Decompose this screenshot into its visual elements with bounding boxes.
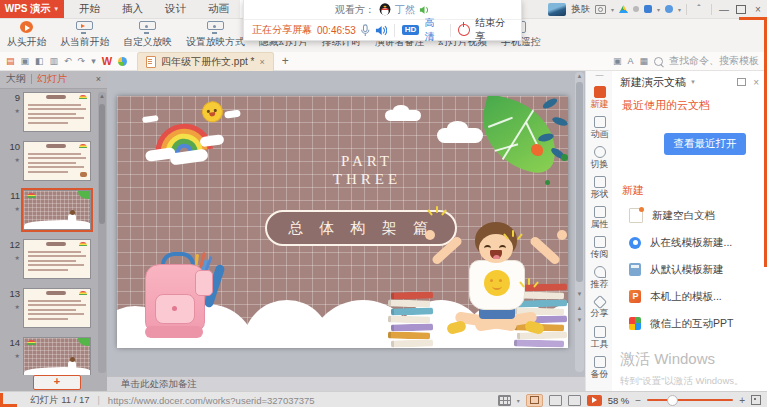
sidebar-item[interactable]: 形状 bbox=[586, 172, 613, 202]
grid-view-icon[interactable] bbox=[498, 395, 511, 406]
output-icon[interactable]: ◧ bbox=[35, 57, 44, 66]
sidebar-item[interactable]: 备份 bbox=[586, 352, 613, 382]
chevron-down-icon[interactable]: ▾ bbox=[517, 397, 520, 404]
scroll-down-icon[interactable]: ▼ bbox=[575, 290, 584, 298]
notes-strip[interactable]: 单击此处添加备注 bbox=[107, 376, 585, 392]
zoom-slider[interactable] bbox=[647, 399, 733, 401]
scrollbar-thumb[interactable] bbox=[576, 82, 583, 282]
user-avatar[interactable] bbox=[548, 3, 566, 16]
plugin-dot-icon[interactable] bbox=[633, 6, 639, 12]
print-icon[interactable]: ▥ bbox=[50, 57, 59, 66]
new-option-item[interactable]: 新建空白文档 bbox=[612, 202, 767, 229]
chevron-down-icon[interactable]: ▾ bbox=[611, 6, 614, 13]
scroll-up-icon[interactable]: ▲ bbox=[575, 72, 584, 80]
zoom-out-button[interactable]: − bbox=[635, 395, 641, 406]
plugin-square-icon[interactable] bbox=[644, 5, 652, 13]
camera-icon[interactable] bbox=[595, 5, 606, 14]
menu-icon[interactable]: ▤ bbox=[6, 57, 15, 66]
slide-part-heading[interactable]: PART THREE bbox=[307, 152, 427, 188]
menu-tab[interactable]: 设计 bbox=[154, 0, 197, 18]
redo-icon[interactable]: ↷ bbox=[78, 57, 86, 66]
sidebar-item[interactable]: 动画 bbox=[586, 112, 613, 142]
close-tab-icon[interactable]: × bbox=[259, 57, 264, 67]
slide-thumbnail[interactable] bbox=[23, 190, 91, 230]
restore-button[interactable] bbox=[736, 5, 746, 14]
font-icon[interactable]: A bbox=[627, 57, 633, 66]
collapse-ribbon-icon[interactable]: ˆ bbox=[692, 4, 706, 15]
canvas-scrollbar[interactable]: ▲ ▼ ▲ ▼ bbox=[575, 72, 584, 372]
document-tab[interactable]: 四年级下册作文.ppt * × bbox=[137, 52, 274, 71]
slide-thumbnail[interactable] bbox=[23, 92, 91, 132]
power-icon[interactable] bbox=[458, 24, 470, 36]
minimize-button[interactable]: — bbox=[717, 4, 731, 15]
zoom-in-button[interactable]: + bbox=[739, 395, 745, 406]
menu-tab[interactable]: 开始 bbox=[68, 0, 111, 18]
app-logo[interactable]: WPS 演示 ▼ bbox=[0, 0, 64, 18]
scroll-up-icon[interactable]: ▲ bbox=[98, 93, 106, 99]
chevron-down-icon[interactable]: ▾ bbox=[657, 6, 660, 13]
next-slide-icon[interactable]: ▼ bbox=[575, 316, 584, 324]
close-icon[interactable]: × bbox=[753, 77, 759, 88]
scrollbar-thumb[interactable] bbox=[99, 104, 105, 224]
tab-outline[interactable]: 大纲 bbox=[6, 72, 26, 86]
close-button[interactable]: × bbox=[751, 4, 765, 15]
expand-icon[interactable] bbox=[737, 78, 746, 86]
ribbon-button[interactable]: 从头开始 bbox=[0, 18, 53, 52]
plugin-circle-icon[interactable] bbox=[665, 5, 673, 13]
end-share-button[interactable]: 结束分享 bbox=[475, 16, 513, 44]
sidebar-item[interactable]: 推荐 bbox=[586, 262, 613, 292]
sidebar-item[interactable]: 传阅 bbox=[586, 232, 613, 262]
slide-thumbnail[interactable] bbox=[23, 288, 91, 328]
sidebar-item[interactable]: 属性 bbox=[586, 202, 613, 232]
slide-sorter-icon[interactable] bbox=[549, 395, 562, 406]
sidebar-item[interactable]: 分享 bbox=[586, 292, 613, 322]
hd-quality-label[interactable]: 高清 bbox=[424, 16, 443, 44]
drive-icon[interactable] bbox=[619, 5, 628, 13]
sidebar-item[interactable]: 工具 bbox=[586, 322, 613, 352]
speaker-icon[interactable] bbox=[375, 25, 387, 36]
undo-icon[interactable]: ↶ bbox=[64, 57, 72, 66]
layout-icon[interactable]: ▣ bbox=[613, 57, 622, 66]
new-tab-button[interactable]: + bbox=[282, 54, 289, 68]
new-option-item[interactable]: 从默认模板新建 bbox=[612, 256, 767, 283]
slides-panel-scrollbar[interactable]: ▲ bbox=[98, 92, 106, 373]
view-recent-button[interactable]: 查看最近打开 bbox=[664, 133, 746, 155]
previous-slide-icon[interactable]: ▲ bbox=[575, 304, 584, 312]
new-option-item[interactable]: 从在线模板新建... bbox=[612, 229, 767, 256]
new-option-icon bbox=[629, 290, 641, 303]
command-search[interactable]: ▣ A ▦ 查找命令、搜索模板 bbox=[613, 52, 759, 70]
web-icon[interactable] bbox=[118, 57, 127, 66]
slide-thumbnail[interactable] bbox=[23, 337, 91, 375]
ribbon-button[interactable]: 设置放映方式 bbox=[179, 18, 252, 52]
new-option-item[interactable]: 微信上的互动PPT bbox=[612, 310, 767, 337]
normal-view-button[interactable] bbox=[526, 394, 543, 407]
sidebar-item[interactable]: 切换 bbox=[586, 142, 613, 172]
ribbon-button[interactable]: 从当前开始 bbox=[53, 18, 116, 52]
hd-badge[interactable]: HD bbox=[402, 25, 420, 35]
slideshow-play-button[interactable] bbox=[587, 395, 602, 406]
skin-button-label[interactable]: 换肤 bbox=[571, 3, 590, 16]
zoom-slider-knob[interactable] bbox=[667, 395, 678, 406]
add-slide-button[interactable]: + bbox=[33, 375, 81, 390]
wps-w-icon[interactable]: W bbox=[102, 55, 112, 67]
microphone-icon[interactable] bbox=[361, 24, 370, 37]
slide-thumbnail[interactable] bbox=[23, 141, 91, 181]
collapse-handle[interactable]: — bbox=[586, 70, 613, 82]
slide-thumbnail[interactable] bbox=[23, 239, 91, 279]
new-option-item[interactable]: 本机上的模板... bbox=[612, 283, 767, 310]
ribbon-button[interactable]: 自定义放映 bbox=[116, 18, 179, 52]
list-icon[interactable]: ▦ bbox=[639, 57, 648, 66]
close-icon[interactable]: × bbox=[96, 74, 101, 84]
chevron-down-icon[interactable]: ▼ bbox=[690, 79, 696, 85]
menu-tab[interactable]: 动画 bbox=[197, 0, 240, 18]
fit-to-window-icon[interactable] bbox=[751, 395, 761, 405]
chevron-down-icon[interactable]: ▾ bbox=[91, 57, 96, 66]
sidebar-item[interactable]: 新建 bbox=[586, 82, 613, 112]
reading-view-icon[interactable] bbox=[568, 395, 581, 406]
save-icon[interactable]: ▣ bbox=[21, 57, 30, 66]
chevron-down-icon[interactable]: ▾ bbox=[678, 6, 681, 13]
menu-tab[interactable]: 插入 bbox=[111, 0, 154, 18]
current-slide[interactable]: PART THREE 总 体 构 架 篇 bbox=[117, 96, 568, 348]
tab-slides[interactable]: 幻灯片 bbox=[37, 72, 67, 86]
ribbon-button-label: 从头开始 bbox=[7, 36, 46, 49]
